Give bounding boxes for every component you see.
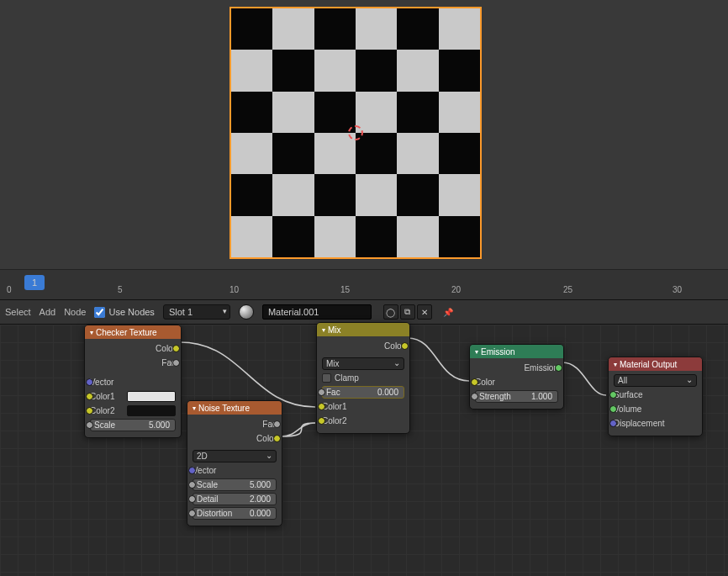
current-frame-marker[interactable]: 1 [24,275,45,290]
distortion-field[interactable]: Distortion0.000 [193,507,277,520]
node-header[interactable]: Mix [317,323,409,336]
color2-swatch[interactable] [127,405,176,416]
input-color2-label: Color2 [90,406,114,415]
duplicate-icon[interactable]: ⧉ [400,304,415,320]
material-ball-icon[interactable] [239,304,254,320]
output-fac-socket[interactable] [273,420,281,428]
input-distortion-socket[interactable] [188,510,196,517]
input-scale-socket[interactable] [86,421,93,429]
output-color-socket[interactable] [273,435,281,442]
input-surface-socket[interactable] [609,391,617,399]
clamp-label: Clamp [335,373,359,383]
input-vector-socket[interactable] [86,378,93,386]
color1-swatch[interactable] [127,391,176,402]
input-displacement-socket[interactable] [609,420,617,427]
strength-field[interactable]: Strength1.000 [475,390,558,403]
input-color1-label: Color1 [90,392,114,401]
input-volume-socket[interactable] [609,405,617,413]
checker-plane[interactable] [229,7,482,259]
input-color2-socket[interactable] [86,407,93,415]
scale-field[interactable]: Scale5.000 [193,478,277,491]
input-color1-socket[interactable] [86,393,93,400]
input-color-socket[interactable] [471,378,478,386]
detail-field[interactable]: Detail2.000 [193,493,277,505]
target-dropdown[interactable]: All [614,374,697,387]
timeline-tick: 5 [118,285,123,294]
output-emission-label: Emission [524,363,558,373]
node-material-output[interactable]: Material Output All Surface Volume Displ… [608,357,703,436]
dimensions-dropdown[interactable]: 2D [193,450,277,462]
object-origin-icon [348,125,363,140]
input-vector-socket[interactable] [188,467,196,474]
output-fac-socket[interactable] [172,359,180,367]
node-header[interactable]: Emission [470,345,563,358]
timeline-tick: 30 [673,285,682,294]
input-surface-label: Surface [614,390,642,399]
timeline[interactable]: 1 0 5 10 15 20 25 30 [0,269,728,299]
node-noise-texture[interactable]: Noise Texture Fac Color 2D Vector Scale5… [187,400,282,526]
shield-icon[interactable]: ◯ [383,304,398,320]
use-nodes-label: Use Nodes [108,307,154,317]
pin-icon[interactable]: 📌 [440,304,456,320]
use-nodes-checkbox[interactable] [94,307,105,318]
input-detail-socket[interactable] [188,495,196,503]
node-mix[interactable]: Mix Color Mix Clamp Fac0.000 Color1 Colo… [316,322,410,434]
timeline-tick: 25 [563,285,572,294]
slot-dropdown[interactable]: Slot 1 [163,304,230,320]
input-scale-socket[interactable] [188,481,196,489]
output-emission-socket[interactable] [555,364,562,372]
timeline-tick: 0 [7,285,12,294]
menu-node[interactable]: Node [64,307,86,317]
output-color-socket[interactable] [401,342,409,350]
input-color2-label: Color2 [322,416,346,425]
input-vector-label: Vector [193,466,216,475]
input-strength-socket[interactable] [471,393,478,400]
node-header[interactable]: Checker Texture [85,325,181,339]
timeline-tick: 10 [229,285,239,294]
node-editor-header: Select Add Node Use Nodes Slot 1 Materia… [0,299,728,325]
clamp-checkbox[interactable] [322,373,331,383]
timeline-tick: 20 [451,285,461,294]
menu-select[interactable]: Select [5,307,31,317]
node-emission[interactable]: Emission Emission Color Strength1.000 [469,344,564,410]
input-color1-label: Color1 [322,402,346,411]
scale-field[interactable]: Scale5.000 [90,419,176,431]
input-volume-label: Volume [614,404,641,414]
menu-add[interactable]: Add [40,307,56,317]
close-icon[interactable]: ✕ [417,304,432,320]
node-header[interactable]: Noise Texture [187,401,282,415]
input-color2-socket[interactable] [318,417,325,425]
viewport-3d[interactable] [0,0,728,269]
input-displacement-label: Displacement [614,419,665,428]
input-vector-label: Vector [90,378,113,387]
blend-mode-dropdown[interactable]: Mix [322,357,404,370]
node-header[interactable]: Material Output [609,357,702,371]
material-name-input[interactable]: Material.001 [262,304,372,320]
input-color1-socket[interactable] [318,403,325,410]
use-nodes-toggle[interactable]: Use Nodes [94,307,154,318]
timeline-tick: 15 [340,285,350,294]
output-color-socket[interactable] [172,345,180,352]
fac-field[interactable]: Fac0.000 [322,386,404,399]
node-checker-texture[interactable]: Checker Texture Color Fac Vector Color1 … [84,325,182,438]
node-editor-canvas[interactable]: Checker Texture Color Fac Vector Color1 … [0,325,728,576]
input-fac-socket[interactable] [318,388,325,396]
